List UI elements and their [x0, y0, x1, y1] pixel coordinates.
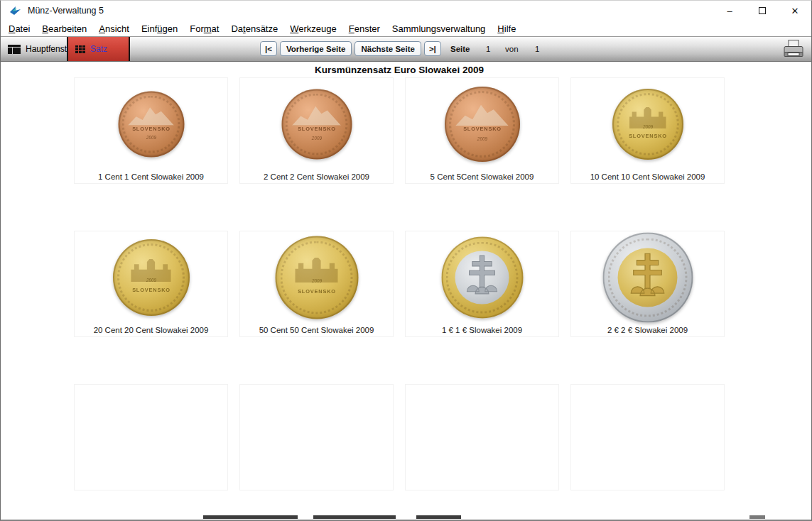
menu-hilfe[interactable]: Hilfe — [492, 22, 521, 35]
menu-bearbeiten[interactable]: Bearbeiten — [37, 22, 92, 35]
coin-cell-50-cent[interactable]: SLOVENSKO 2009 50 Cent 50 Cent Slowakei … — [239, 231, 394, 337]
maximize-button[interactable] — [746, 1, 779, 21]
close-icon: ✕ — [791, 6, 799, 16]
coin-label: 50 Cent 50 Cent Slowakei 2009 — [240, 326, 393, 334]
coin-year: 2009 — [452, 137, 512, 142]
coin-cell-2-euro[interactable]: SLOVENSKO 2009 2 € 2 € Slowakei 2009 — [570, 231, 725, 337]
maximize-icon — [759, 7, 766, 14]
toolbar: Hauptfenster Satz |< Vorherige Seite Näc… — [1, 36, 811, 62]
app-icon — [9, 5, 22, 16]
statusbar-clipped-text — [416, 515, 461, 519]
menubar: Datei Bearbeiten Ansicht Einfügen Format… — [1, 21, 811, 36]
coin-year: 2009 — [288, 136, 345, 141]
page-status-of-label: von — [505, 45, 519, 53]
coin-cell-2-cent[interactable]: SLOVENSKO 2009 2 Cent 2 Cent Slowakei 20… — [239, 77, 394, 184]
coin-inscription: SLOVENSKO — [451, 126, 513, 132]
record-view: Kursmünzensatz Euro Slowakei 2009 SLOVEN… — [1, 62, 811, 510]
empty-cell — [74, 384, 228, 490]
menu-format[interactable]: Format — [185, 22, 224, 35]
menu-sammlungsverwaltung[interactable]: Sammlungsverwaltung — [387, 22, 491, 35]
window-controls: – ✕ — [713, 1, 811, 21]
coin-year: 2009 — [120, 278, 181, 283]
coin-inscription: SLOVENSKO — [283, 288, 351, 294]
coin-image-10-cent[interactable]: SLOVENSKO 2009 — [612, 89, 683, 160]
coin-year: 2009 — [619, 125, 676, 130]
coin-label: 10 Cent 10 Cent Slowakei 2009 — [571, 172, 724, 181]
coin-cell-1-cent[interactable]: SLOVENSKO 2009 1 Cent 1 Cent Slowakei 20… — [74, 77, 228, 184]
coin-grid: SLOVENSKO 2009 1 Cent 1 Cent Slowakei 20… — [74, 77, 725, 490]
coin-label: 1 € 1 € Slowakei 2009 — [406, 326, 558, 334]
coin-year: 2009 — [124, 136, 177, 141]
tab-separator — [129, 37, 130, 61]
coin-inscription: SLOVENSKO — [119, 287, 183, 293]
coin-cell-10-cent[interactable]: SLOVENSKO 2009 10 Cent 10 Cent Slowakei … — [570, 77, 725, 184]
coin-image-1-cent[interactable]: SLOVENSKO 2009 — [118, 92, 184, 158]
coin-label: 20 Cent 20 Cent Slowakei 2009 — [75, 326, 227, 334]
coin-inscription: SLOVENSKO — [288, 126, 345, 132]
minimize-icon: – — [727, 6, 732, 16]
page-title: Kursmünzensatz Euro Slowakei 2009 — [74, 65, 725, 75]
coin-year: 2009 — [283, 278, 350, 283]
main-window-icon — [8, 45, 21, 54]
menu-ansicht[interactable]: Ansicht — [94, 22, 134, 35]
coin-cell-1-euro[interactable]: SLOVENSKO 2009 1 € 1 € Slowakei 2009 — [405, 231, 559, 337]
coin-image-1-euro[interactable]: SLOVENSKO 2009 — [441, 237, 523, 319]
titlebar: Münz-Verwaltung 5 – ✕ — [1, 1, 811, 21]
first-page-button[interactable]: |< — [260, 41, 277, 56]
total-pages-number: 1 — [535, 45, 539, 53]
menu-werkzeuge[interactable]: Werkzeuge — [285, 22, 342, 35]
coin-inscription: SLOVENSKO — [124, 126, 178, 132]
coin-image-50-cent[interactable]: SLOVENSKO 2009 — [275, 236, 358, 319]
empty-cell — [570, 384, 725, 490]
coin-image-20-cent[interactable]: SLOVENSKO 2009 — [113, 239, 190, 316]
statusbar-clipped-text — [749, 515, 765, 519]
coin-cell-5-cent[interactable]: SLOVENSKO 2009 5 Cent 5Cent Slowakei 200… — [405, 77, 559, 184]
statusbar — [1, 510, 811, 520]
tab-hauptfenster[interactable]: Hauptfenster — [1, 37, 67, 61]
menu-einfuegen[interactable]: Einfügen — [136, 22, 183, 35]
coin-cell-20-cent[interactable]: SLOVENSKO 2009 20 Cent 20 Cent Slowakei … — [74, 231, 228, 337]
double-cross-motif — [464, 252, 500, 297]
coin-image-5-cent[interactable]: SLOVENSKO 2009 — [445, 87, 520, 162]
menu-fenster[interactable]: Fenster — [344, 22, 385, 35]
mountain-motif — [292, 104, 341, 126]
menu-datensaetze[interactable]: Datensätze — [226, 22, 283, 35]
coin-image-2-euro[interactable]: SLOVENSKO 2009 — [602, 233, 693, 323]
mountain-motif — [128, 106, 174, 126]
page-status-label: Seite — [450, 45, 470, 53]
last-page-button[interactable]: >| — [424, 41, 441, 56]
coin-label: 2 € 2 € Slowakei 2009 — [571, 326, 724, 334]
empty-cell — [405, 384, 559, 490]
menu-datei[interactable]: Datei — [4, 22, 35, 35]
close-button[interactable]: ✕ — [779, 1, 811, 21]
coin-label: 5 Cent 5Cent Slowakei 2009 — [406, 172, 558, 181]
current-page-number: 1 — [486, 45, 490, 53]
double-cross-motif — [628, 250, 668, 300]
print-button[interactable] — [781, 38, 806, 60]
coin-image-2-cent[interactable]: SLOVENSKO 2009 — [281, 89, 352, 160]
empty-cell — [239, 384, 394, 490]
mountain-motif — [455, 103, 508, 126]
minimize-button[interactable]: – — [713, 1, 746, 21]
statusbar-clipped-text — [313, 515, 396, 519]
statusbar-clipped-text — [203, 515, 298, 519]
coin-label: 2 Cent 2 Cent Slowakei 2009 — [240, 172, 393, 181]
tab-satz[interactable]: Satz — [68, 37, 129, 61]
app-window: Münz-Verwaltung 5 – ✕ Datei Bearbeiten A… — [0, 0, 812, 521]
next-page-button[interactable]: Nächste Seite — [354, 41, 421, 56]
grid-icon — [75, 45, 85, 53]
page-navigation: |< Vorherige Seite Nächste Seite >| — [260, 41, 441, 56]
coin-label: 1 Cent 1 Cent Slowakei 2009 — [75, 172, 227, 181]
window-title: Münz-Verwaltung 5 — [28, 6, 104, 16]
previous-page-button[interactable]: Vorherige Seite — [280, 41, 352, 56]
coin-inscription: SLOVENSKO — [619, 133, 677, 139]
